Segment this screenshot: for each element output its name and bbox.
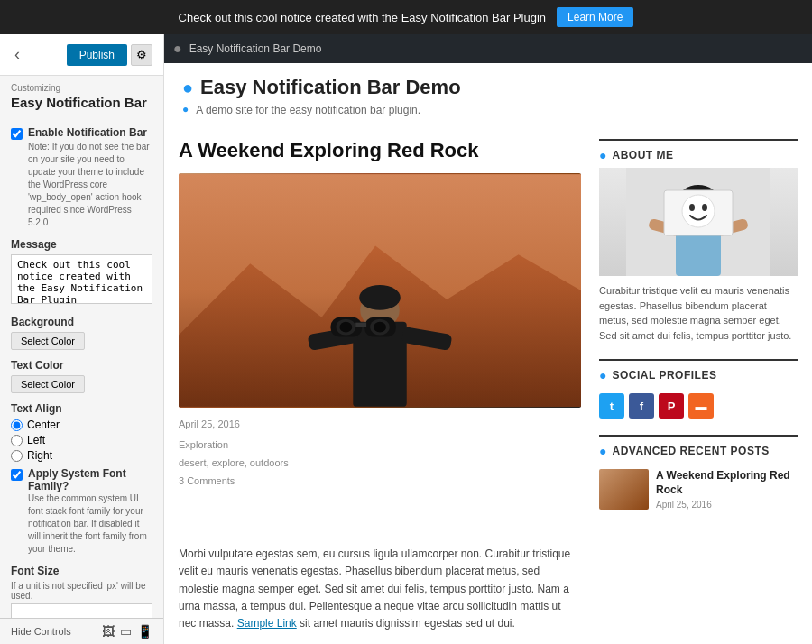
post-excerpt-end: sit amet mauris dignissim egestas sed ut… (300, 617, 515, 630)
site-header: ● Easy Notification Bar Demo ● A demo si… (164, 63, 812, 124)
social-title-row: ● SOCIAL PROFILES (599, 361, 798, 388)
recent-posts-title: ADVANCED RECENT POSTS (612, 445, 769, 457)
learn-more-button[interactable]: Learn More (557, 7, 633, 27)
customizer-sidebar: ‹ Publish ⚙ Customizing Easy Notificatio… (0, 34, 164, 644)
about-me-title-row: ● ABOUT ME (599, 141, 798, 168)
svg-point-23 (702, 204, 707, 211)
enable-checkbox-row: Enable Notification Bar Note: If you do … (11, 126, 152, 229)
post-meta-tags: Exploration desert, explore, outdoors 3 … (179, 437, 581, 490)
social-icon-label: ● (599, 368, 606, 382)
preview-wrapper: ● Easy Notification Bar Demo ● Easy Noti… (164, 34, 812, 644)
post-category: Exploration (179, 437, 581, 455)
font-size-label: Font Size (11, 565, 152, 577)
social-profiles-widget: ● SOCIAL PROFILES t f P ▬ (599, 359, 798, 419)
post-tags: desert, explore, outdoors (179, 455, 581, 473)
desktop-icon-button[interactable]: 🖼 (102, 624, 115, 639)
post-excerpt-area: Morbi vulputate egestas sem, eu cursus l… (164, 546, 812, 644)
recent-post-date: April 25, 2016 (656, 500, 798, 510)
wp-admin-bar: ● Easy Notification Bar Demo (164, 34, 812, 63)
preview-area: ● Easy Notification Bar Demo ● Easy Noti… (164, 34, 812, 644)
svg-point-4 (359, 285, 401, 310)
site-tagline: A demo site for the easy notification ba… (196, 104, 420, 116)
tagline-icon: ● (182, 103, 189, 115)
about-me-widget: ● ABOUT ME (599, 139, 798, 343)
social-icons-row: t f P ▬ (599, 393, 798, 419)
enable-note: Note: If you do not see the bar on your … (28, 141, 152, 229)
about-me-image (599, 168, 798, 276)
sidebar-spacer (599, 546, 798, 632)
recent-posts-title-row: ● ADVANCED RECENT POSTS (599, 437, 798, 464)
post-excerpt-column: Morbi vulputate egestas sem, eu cursus l… (179, 546, 599, 632)
sidebar-content: Enable Notification Bar Note: If you do … (0, 117, 163, 618)
site-logo-icon: ● (182, 78, 193, 98)
post-excerpt-text: Morbi vulputate egestas sem, eu cursus l… (179, 546, 581, 632)
rss-icon[interactable]: ▬ (688, 393, 714, 419)
post-title: A Weekend Exploring Red Rock (179, 139, 581, 162)
social-title: SOCIAL PROFILES (612, 369, 716, 382)
about-me-text: Curabitur tristique velit eu mauris vene… (599, 283, 798, 343)
site-title: Easy Notification Bar Demo (200, 76, 461, 99)
svg-point-12 (374, 322, 386, 333)
align-center-label: Center (27, 419, 60, 431)
publish-area: Publish ⚙ (67, 44, 152, 66)
text-align-label: Text Align (11, 402, 152, 415)
about-me-icon: ● (599, 148, 606, 162)
apply-font-row: Apply System Font Family? Use the common… (11, 467, 152, 556)
sidebar-panel-title: Easy Notification Bar (0, 95, 163, 117)
svg-point-11 (339, 322, 352, 333)
background-color-button[interactable]: Select Color (11, 332, 85, 350)
text-color-label: Text Color (11, 359, 152, 372)
enable-checkbox[interactable] (11, 128, 23, 140)
notification-bar-message: Check out this cool notice created with … (179, 11, 547, 24)
publish-button[interactable]: Publish (67, 44, 127, 66)
wp-logo-icon: ● (173, 41, 182, 57)
footer-icons: 🖼 ▭ 📱 (102, 624, 152, 639)
main-column: A Weekend Exploring Red Rock (179, 139, 599, 531)
sidebar-footer: Hide Controls 🖼 ▭ 📱 (0, 618, 163, 644)
message-textarea[interactable]: Check out this cool notice created with … (11, 254, 152, 304)
pinterest-icon[interactable]: P (659, 393, 684, 419)
post-featured-image (179, 173, 581, 408)
font-size-note: If a unit is not specified 'px' will be … (11, 581, 152, 601)
about-me-title: ABOUT ME (612, 149, 673, 161)
content-grid: A Weekend Exploring Red Rock (164, 124, 812, 546)
customizing-label: Customizing (0, 76, 163, 95)
mobile-icon-button[interactable]: 📱 (137, 624, 152, 639)
notification-bar: Check out this cool notice created with … (0, 0, 812, 34)
post-meta-date: April 25, 2016 (179, 419, 581, 429)
text-align-group: Center Left Right (11, 419, 152, 462)
back-button[interactable]: ‹ (11, 41, 23, 68)
twitter-icon[interactable]: t (599, 393, 624, 419)
recent-post-title: A Weekend Exploring Red Rock (656, 469, 798, 497)
apply-font-label: Apply System Font Family? (28, 467, 152, 492)
align-left-label: Left (27, 434, 45, 446)
wp-site-name: Easy Notification Bar Demo (189, 42, 322, 55)
recent-post-thumbnail (599, 469, 649, 510)
recent-post-info: A Weekend Exploring Red Rock April 25, 2… (656, 469, 798, 510)
svg-point-22 (689, 204, 695, 211)
align-center-radio[interactable]: Center (11, 419, 152, 431)
hide-controls-link[interactable]: Hide Controls (11, 626, 71, 637)
gear-button[interactable]: ⚙ (131, 44, 152, 66)
post-comments: 3 Comments (179, 473, 581, 491)
message-label: Message (11, 238, 152, 251)
text-color-button[interactable]: Select Color (11, 375, 85, 393)
enable-checkbox-label: Enable Notification Bar (28, 126, 152, 139)
align-right-radio[interactable]: Right (11, 449, 152, 462)
svg-rect-13 (355, 323, 366, 327)
tablet-icon-button[interactable]: ▭ (120, 624, 132, 639)
recent-posts-widget: ● ADVANCED RECENT POSTS A Weekend Explor… (599, 435, 798, 515)
svg-point-21 (682, 195, 715, 227)
sidebar-header: ‹ Publish ⚙ (0, 34, 163, 76)
sidebar-widgets: ● ABOUT ME (599, 139, 798, 531)
font-size-input[interactable] (11, 603, 152, 618)
recent-post-item: A Weekend Exploring Red Rock April 25, 2… (599, 464, 798, 515)
apply-font-checkbox[interactable] (11, 469, 23, 481)
recent-posts-icon: ● (599, 444, 606, 458)
facebook-icon[interactable]: f (629, 393, 654, 419)
background-label: Background (11, 316, 152, 328)
sample-link[interactable]: Sample Link (237, 617, 297, 630)
align-left-radio[interactable]: Left (11, 434, 152, 446)
apply-font-note: Use the common system UI font stack font… (28, 492, 152, 556)
align-right-label: Right (27, 449, 52, 462)
